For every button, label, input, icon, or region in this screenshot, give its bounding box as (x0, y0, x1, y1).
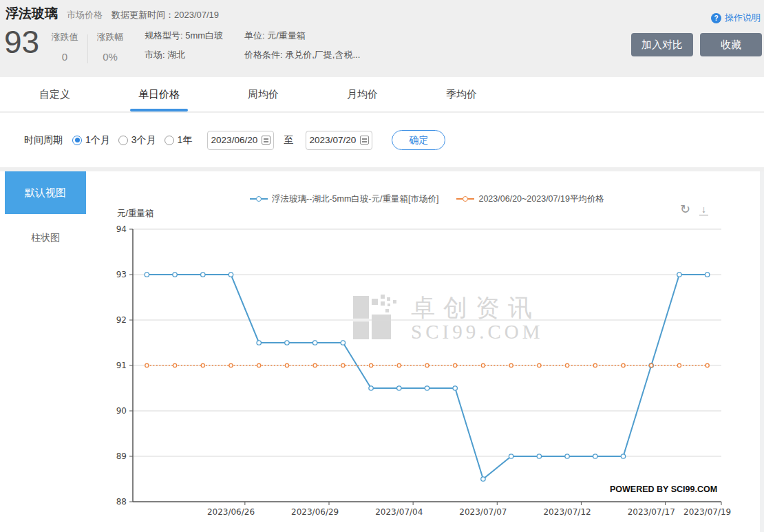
end-date-input[interactable]: 2023/07/20 (306, 131, 372, 150)
tab-daily-price[interactable]: 单日价格 (130, 77, 188, 111)
data-point-marker (650, 363, 653, 367)
tab-label: 自定义 (39, 88, 70, 101)
change-value: 0 (62, 51, 67, 63)
change-pct-label: 涨跌幅 (97, 31, 124, 43)
svg-text:91: 91 (116, 361, 127, 370)
svg-text:2023/07/12: 2023/07/12 (543, 507, 591, 517)
y-axis: 88899091929394 (116, 224, 133, 507)
data-point-marker (312, 341, 317, 345)
radio-label: 3个月 (131, 134, 156, 147)
add-compare-button[interactable]: 加入对比 (631, 33, 693, 56)
favorite-button[interactable]: 收藏 (700, 33, 762, 56)
filter-bar: 时间周期 1个月 3个月 1年 2023/06/20 至 2023/07/20 … (0, 113, 764, 167)
radio-1-year[interactable]: 1年 (165, 134, 193, 147)
data-point-marker (285, 363, 288, 367)
data-point-marker (229, 273, 233, 277)
data-point-marker (538, 363, 541, 367)
data-point-marker (369, 363, 372, 367)
price-series (145, 273, 710, 481)
question-icon: ? (711, 13, 721, 23)
data-point-marker (341, 341, 345, 345)
chart-section: 默认视图 柱状图 浮法玻璃--湖北-5mm白玻-元/重量箱[市场价]2023/0… (0, 171, 764, 532)
update-time-value: 2023/07/19 (174, 10, 219, 20)
data-point-marker (145, 273, 149, 277)
spec-label: 规格型号: 5mm白玻 (145, 30, 223, 42)
data-point-marker (425, 386, 429, 390)
page-title: 浮法玻璃 (6, 5, 58, 23)
tab-label: 周均价 (248, 88, 279, 101)
confirm-button[interactable]: 确定 (392, 130, 445, 150)
update-time-label: 数据更新时间： (112, 10, 174, 20)
data-point-marker (677, 273, 681, 277)
svg-text:93: 93 (116, 270, 127, 279)
data-point-marker (705, 273, 709, 277)
svg-text:2023/07/07: 2023/07/07 (459, 507, 507, 517)
start-date-input[interactable]: 2023/06/20 (207, 131, 274, 150)
data-point-marker (481, 363, 485, 367)
svg-text:2023/07/19: 2023/07/19 (683, 507, 731, 517)
data-point-marker (397, 386, 401, 390)
svg-text:2023/07/17: 2023/07/17 (628, 507, 675, 517)
end-date-value: 2023/07/20 (310, 135, 357, 145)
tab-monthly-avg[interactable]: 月均价 (339, 77, 386, 111)
tab-label: 月均价 (347, 88, 378, 101)
data-point-marker (145, 363, 149, 367)
tab-custom[interactable]: 自定义 (31, 77, 78, 111)
time-period-label: 时间周期 (24, 134, 63, 147)
radio-label: 1年 (178, 134, 193, 147)
svg-text:2023/07/04: 2023/07/04 (375, 507, 423, 517)
data-point-marker (593, 363, 597, 367)
svg-text:94: 94 (116, 224, 127, 234)
data-point-marker (201, 273, 205, 277)
data-point-marker (341, 363, 345, 367)
price-condition-label: 价格条件: 承兑价,厂提,含税... (244, 49, 360, 61)
data-point-marker (173, 273, 177, 277)
data-point-marker (565, 363, 569, 367)
sidebar-item-default-view[interactable]: 默认视图 (5, 171, 86, 214)
unit-label: 单位: 元/重量箱 (244, 30, 306, 42)
radio-icon (118, 136, 128, 145)
data-point-marker (369, 386, 373, 390)
tab-quarterly-avg[interactable]: 季均价 (438, 77, 485, 111)
average-series (145, 363, 709, 367)
svg-text:88: 88 (116, 497, 127, 507)
category-label: 市场价格 (67, 9, 103, 21)
radio-3-months[interactable]: 3个月 (118, 134, 156, 147)
price-chart: 888990919293942023/06/262023/06/292023/0… (89, 171, 764, 532)
svg-text:2023/06/26: 2023/06/26 (207, 507, 255, 517)
data-point-marker (621, 454, 625, 458)
data-point-marker (397, 363, 401, 367)
svg-text:90: 90 (116, 406, 127, 416)
data-point-marker (565, 454, 569, 458)
tab-label: 季均价 (446, 88, 477, 101)
change-pct-block: 涨跌幅 0% (92, 31, 128, 63)
data-point-marker (229, 363, 233, 367)
data-point-marker (425, 363, 429, 367)
sidebar-item-bar-chart[interactable]: 柱状图 (5, 232, 86, 244)
help-link[interactable]: ? 操作说明 (711, 12, 761, 24)
data-point-marker (705, 363, 709, 367)
calendar-icon (360, 136, 369, 145)
calendar-icon (262, 136, 270, 145)
radio-1-month[interactable]: 1个月 (72, 134, 110, 147)
data-point-marker (201, 363, 204, 367)
date-range-to-label: 至 (284, 134, 293, 147)
header: 浮法玻璃 市场价格 数据更新时间：2023/07/19 93 涨跌值 0 涨跌幅… (0, 0, 764, 76)
data-point-marker (509, 454, 513, 458)
current-price: 93 (4, 25, 39, 60)
tab-weekly-avg[interactable]: 周均价 (240, 77, 287, 111)
data-point-marker (454, 363, 457, 367)
svg-text:92: 92 (116, 315, 127, 325)
x-axis: 2023/06/262023/06/292023/07/042023/07/07… (133, 502, 731, 517)
market-label: 市场: 湖北 (145, 49, 185, 61)
data-point-marker (173, 363, 176, 367)
help-label: 操作说明 (725, 12, 761, 24)
change-value-block: 涨跌值 0 (47, 31, 83, 63)
start-date-value: 2023/06/20 (211, 135, 258, 145)
scrollbar-track[interactable] (760, 171, 764, 532)
radio-label: 1个月 (85, 134, 110, 147)
svg-text:2023/06/29: 2023/06/29 (291, 507, 339, 517)
change-pct: 0% (103, 51, 118, 63)
radio-icon (72, 136, 82, 145)
update-time: 数据更新时间：2023/07/19 (112, 9, 219, 21)
